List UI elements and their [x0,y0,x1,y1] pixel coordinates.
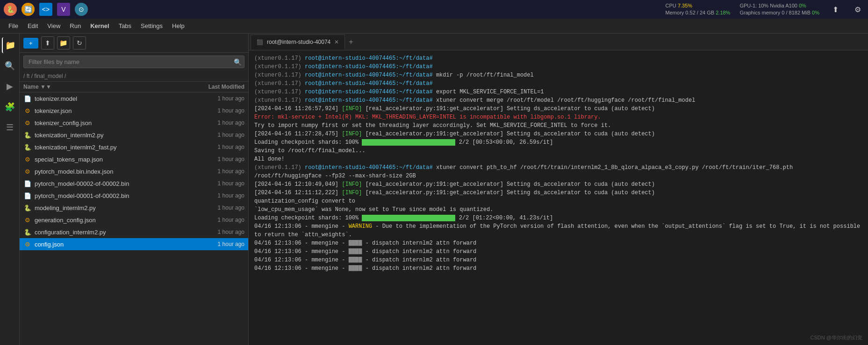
file-icon: ⚙ [23,106,32,115]
menu-edit[interactable]: Edit [23,21,43,31]
list-item[interactable]: 🐍 tokenization_internlm2_fast.py 1 hour … [20,141,248,153]
file-icon: ⚙ [23,119,32,127]
terminal-tabs: ⬛ root@intern-studio-40074 ✕ + [249,34,868,50]
terminal-line: 04/16 12:13:06 - mmengine - ████ - dispa… [254,264,862,273]
terminal-line: 04/16 12:13:06 - mmengine - ████ - dispa… [254,247,862,256]
file-modified: 1 hour ago [188,120,244,126]
terminal-tab-1[interactable]: ⬛ root@intern-studio-40074 ✕ [251,35,345,49]
system-bar: 🐍 🔄 <> V ⊙ CPU 7.35% Memory 0.52 / 24 GB… [0,0,868,19]
menu-settings[interactable]: Settings [136,21,167,31]
list-item[interactable]: ⚙ tokenizer.json 1 hour ago [20,105,248,117]
file-icon: ⚙ [23,167,32,176]
terminal-line: (xtuner0.1.17) root@intern-studio-400744… [254,88,862,96]
terminal-line: Saving to /root/ft/final_model... [254,147,862,155]
terminal-panel: ⬛ root@intern-studio-40074 ✕ + (xtuner0.… [249,34,868,345]
terminal-line: All done! [254,155,862,163]
menu-view[interactable]: View [43,21,65,31]
refresh-button[interactable]: ↻ [73,36,86,49]
activity-extensions[interactable]: 🧩 [2,99,18,115]
file-name: pytorch_model-00001-of-00002.bin [35,192,188,199]
activity-run[interactable]: ▶ [2,78,18,94]
list-item[interactable]: 🐍 configuration_internlm2.py 1 hour ago [20,226,248,238]
app-icon-4[interactable]: V [57,3,70,16]
add-tab-button[interactable]: + [345,36,357,48]
terminal-line: Try to import numpy first or set the thr… [254,121,862,130]
graphics-label: Graphics memory 0 / 8182 MiB 0% [739,9,819,16]
file-icon: 📄 [23,94,32,103]
upload-icon[interactable]: ⬆ [829,3,842,16]
file-modified: 1 hour ago [188,241,244,247]
file-icon: ⚙ [23,216,32,224]
file-modified: 1 hour ago [188,229,244,235]
file-icon: 🐍 [23,228,32,236]
gpu-stat: GPU-1: 10% Nvidia A100 0% Graphics memor… [739,2,819,17]
file-modified: 1 hour ago [188,156,244,162]
menu-tabs[interactable]: Tabs [114,21,136,31]
app-icon-3[interactable]: <> [39,3,52,16]
file-modified: 1 hour ago [188,95,244,102]
terminal-line: [2024-04-16 12:10:49,049] [INFO] [real_a… [254,180,862,189]
search-input[interactable] [23,56,244,68]
list-item[interactable]: ⚙ tokenizer_config.json 1 hour ago [20,117,248,129]
list-item[interactable]: 🐍 tokenization_internlm2.py 1 hour ago [20,129,248,141]
file-icon: 🐍 [23,204,32,212]
file-list-header: Name ▼▼ Last Modified [20,82,248,92]
menu-run[interactable]: Run [65,21,86,31]
menu-kernel[interactable]: Kernel [86,21,114,31]
gpu-label: GPU-1: 10% Nvidia A100 0% [739,2,806,9]
new-folder-button[interactable]: 📁 [57,36,70,49]
app-icon-1[interactable]: 🐍 [4,3,17,16]
settings-icon[interactable]: ⚙ [851,3,864,16]
file-toolbar: + ⬆ 📁 ↻ [20,34,248,53]
file-panel: + ⬆ 📁 ↻ 🔍 / ft / final_model / Name ▼▼ L… [20,34,249,345]
app-icon-5[interactable]: ⊙ [75,3,88,16]
file-name: tokenizer_config.json [35,120,188,127]
terminal-line: Loading checkpoint shards: 100% 2/2 [00:… [254,138,862,147]
terminal-content[interactable]: (xtuner0.1.17) root@intern-studio-400744… [249,50,868,345]
file-name: tokenization_internlm2.py [35,132,188,139]
cpu-stat: CPU 7.35% Memory 0.52 / 24 GB 2.18% [666,2,731,17]
list-item[interactable]: ⚙ generation_config.json 1 hour ago [20,214,248,226]
activity-files[interactable]: 📁 [2,37,18,53]
new-button[interactable]: + [23,38,38,49]
terminal-line: (xtuner0.1.17) root@intern-studio-400744… [254,63,862,71]
list-item[interactable]: 📄 pytorch_model-00002-of-00002.bin 1 hou… [20,177,248,190]
search-button[interactable]: 🔍 [234,58,242,66]
file-name: config.json [35,241,188,248]
upload-button[interactable]: ⬆ [41,36,54,49]
terminal-tab-close[interactable]: ✕ [334,39,339,45]
col-modified-header: Last Modified [188,84,244,90]
terminal-line: Error: mkl-service + Intel(R) MKL: MKL_T… [254,113,862,121]
app-icons: 🐍 🔄 <> V ⊙ [4,3,88,16]
file-name: tokenizer.model [35,95,188,102]
terminal-line: (xtuner0.1.17) root@intern-studio-400744… [254,96,862,105]
list-item[interactable]: 🐍 modeling_internlm2.py 1 hour ago [20,202,248,214]
activity-list[interactable]: ☰ [2,120,18,135]
file-list: 📄 tokenizer.model 1 hour ago ⚙ tokenizer… [20,92,248,345]
list-item[interactable]: ⚙ special_tokens_map.json 1 hour ago [20,153,248,165]
list-item[interactable]: ⚙ config.json 1 hour ago [20,238,248,250]
terminal-line: 04/16 12:13:06 - mmengine - ████ - dispa… [254,239,862,247]
file-modified: 1 hour ago [188,204,244,211]
list-item[interactable]: ⚙ pytorch_model.bin.index.json 1 hour ag… [20,165,248,177]
terminal-line: [2024-04-16 11:27:28,475] [INFO] [real_a… [254,130,862,138]
terminal-line: (xtuner0.1.17) root@intern-studio-400744… [254,79,862,88]
menu-file[interactable]: File [4,21,23,31]
file-modified: 1 hour ago [188,144,244,150]
activity-search[interactable]: 🔍 [2,58,18,74]
terminal-line: (xtuner0.1.17) root@intern-studio-400744… [254,54,862,63]
activity-bar: 📁 🔍 ▶ 🧩 ☰ [0,34,20,345]
system-stats: CPU 7.35% Memory 0.52 / 24 GB 2.18% GPU-… [666,2,864,17]
menu-help[interactable]: Help [167,21,189,31]
list-item[interactable]: 📄 tokenizer.model 1 hour ago [20,92,248,105]
terminal-tab-label: root@intern-studio-40074 [267,39,330,45]
terminal-line: Loading checkpoint shards: 100% 2/2 [01:… [254,214,862,222]
terminal-line: 04/16 12:13:06 - mmengine - WARNING - Du… [254,222,862,239]
file-modified: 1 hour ago [188,107,244,114]
list-item[interactable]: 📄 pytorch_model-00001-of-00002.bin 1 hou… [20,190,248,202]
file-name: pytorch_model-00002-of-00002.bin [35,180,188,187]
memory-label: Memory 0.52 / 24 GB 2.18% [666,9,731,16]
app-icon-2[interactable]: 🔄 [22,3,35,16]
terminal-line: [2024-04-16 11:26:57,924] [INFO] [real_a… [254,105,862,113]
terminal-line: quantization_config convert to [254,197,862,205]
